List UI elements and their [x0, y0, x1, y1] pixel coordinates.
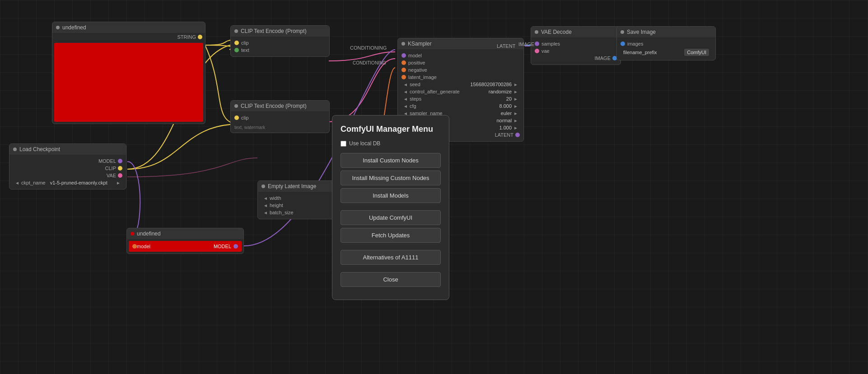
install-custom-nodes-button[interactable]: Install Custom Nodes	[341, 153, 441, 168]
model-input-port[interactable]	[132, 244, 137, 249]
seed-left[interactable]: ◄	[403, 82, 408, 87]
close-button[interactable]: Close	[341, 272, 441, 287]
manager-modal: ComfyUI Manager Menu Use local DB Instal…	[332, 115, 449, 300]
node-vae-decode: VAE Decode samples vae IMAGE	[531, 26, 621, 65]
node-title-label: Save Image	[627, 29, 656, 35]
steps-left[interactable]: ◄	[403, 97, 408, 102]
node-status-dot	[234, 104, 238, 108]
width-arrow-left[interactable]: ◄	[263, 196, 268, 201]
node-body-clip1: clip text	[231, 37, 329, 56]
samples-port[interactable]	[535, 42, 539, 46]
clip-input-port[interactable]	[234, 41, 239, 45]
seed-row: ◄ seed 156680208700286 ►	[401, 81, 520, 88]
height-arrow-left[interactable]: ◄	[263, 203, 268, 208]
node-status-dot	[401, 42, 405, 46]
samples-row: samples	[535, 40, 617, 47]
fetch-updates-button[interactable]: Fetch Updates	[341, 228, 441, 243]
text-input-row: text	[234, 46, 326, 54]
latent-output-port[interactable]	[515, 133, 520, 137]
alternatives-section: Alternatives of A1111	[341, 250, 441, 265]
node-status-dot	[131, 232, 134, 235]
clip2-input-port[interactable]	[234, 115, 239, 120]
text-input-label: text	[241, 47, 249, 53]
positive-row: CONDITIONING positive	[401, 59, 520, 66]
sampler-right[interactable]: ►	[513, 111, 518, 116]
control-value: randomize	[489, 89, 512, 94]
node-status-dot	[261, 185, 265, 188]
denoise-value: 1.000	[499, 125, 512, 130]
control-left[interactable]: ◄	[403, 89, 408, 94]
model-output-port[interactable]	[233, 244, 238, 249]
text-input-port[interactable]	[234, 48, 239, 52]
node-status-dot	[13, 148, 17, 151]
alternatives-a1111-button[interactable]: Alternatives of A1111	[341, 250, 441, 265]
node-clip-text-encode-1: CLIP Text Encode (Prompt) clip text	[230, 25, 330, 57]
node-title-label: CLIP Text Encode (Prompt)	[241, 103, 307, 109]
model-label: model	[137, 244, 150, 249]
node-title-vae-decode: VAE Decode	[531, 27, 621, 37]
use-local-db-row: Use local DB	[341, 140, 441, 147]
positive-port[interactable]	[401, 60, 406, 65]
node-title-load-checkpoint: Load Checkpoint	[9, 144, 126, 155]
watermark-text: text, watermark	[231, 124, 329, 133]
model-output-label: MODEL	[98, 158, 116, 164]
model-output-port[interactable]	[118, 159, 122, 163]
steps-label: steps	[410, 96, 504, 102]
batch-arrow-left[interactable]: ◄	[263, 210, 268, 215]
conditioning-text-label: CONDITIONING	[350, 45, 387, 51]
string-label: STRING	[177, 34, 196, 40]
update-section: Update ComfyUI Fetch Updates	[341, 210, 441, 243]
steps-value: 20	[506, 96, 512, 102]
manager-spacer-1	[341, 207, 441, 210]
model-in-label: model	[408, 53, 520, 58]
samples-label: samples	[541, 41, 617, 46]
control-right[interactable]: ►	[513, 89, 518, 94]
install-models-button[interactable]: Install Models	[341, 188, 441, 203]
steps-right[interactable]: ►	[513, 97, 518, 102]
install-section: Install Custom Nodes Install Missing Cus…	[341, 153, 441, 203]
string-output-port[interactable]	[198, 35, 202, 39]
manager-spacer-3	[341, 268, 441, 272]
model-in-port[interactable]	[401, 53, 406, 58]
ckpt-arrow-left[interactable]: ◄	[15, 180, 19, 185]
filename-prefix-value[interactable]: ComfyUI	[684, 49, 709, 56]
denoise-right[interactable]: ►	[513, 125, 518, 130]
node-status-dot	[56, 26, 60, 29]
vae-input-port[interactable]	[535, 49, 539, 53]
node-title-label: undefined	[62, 24, 86, 31]
install-missing-custom-nodes-button[interactable]: Install Missing Custom Nodes	[341, 171, 441, 185]
node-title-label: Load Checkpoint	[19, 146, 60, 152]
ckpt-arrow-right[interactable]: ►	[116, 180, 121, 185]
node-status-dot	[535, 30, 538, 34]
filename-prefix-label: filename_prefix	[623, 50, 657, 55]
sampler-value: euler	[501, 111, 512, 116]
seed-right[interactable]: ►	[513, 82, 518, 87]
node-title-label: VAE Decode	[541, 29, 572, 35]
images-input-port[interactable]	[621, 42, 625, 46]
node-clip-text-encode-2: CLIP Text Encode (Prompt) clip text, wat…	[230, 100, 330, 133]
model-output-row: MODEL	[13, 157, 122, 165]
clip-input-label: clip	[241, 40, 249, 46]
ckpt-name-value: v1-5-pruned-emaonly.ckpt	[50, 180, 114, 185]
latent-input-port[interactable]	[401, 75, 406, 79]
node-body-vae-decode: samples vae IMAGE	[531, 37, 621, 65]
update-comfyui-button[interactable]: Update ComfyUI	[341, 210, 441, 225]
model-red-content: model MODEL	[129, 241, 242, 252]
ckpt-name-label: ckpt_name	[21, 180, 46, 185]
undefined-red-content	[54, 43, 203, 122]
positive-label: positive	[408, 60, 520, 65]
ckpt-name-row: ◄ ckpt_name v1-5-pruned-emaonly.ckpt ►	[13, 179, 122, 186]
cfg-left[interactable]: ◄	[403, 104, 408, 109]
negative-port[interactable]	[401, 68, 406, 72]
vae-output-port[interactable]	[118, 173, 122, 178]
cfg-label: cfg	[410, 103, 498, 109]
scheduler-right[interactable]: ►	[513, 118, 518, 123]
close-section: Close	[341, 272, 441, 287]
conditioning-label: CONDITIONING	[353, 60, 386, 65]
cfg-right[interactable]: ►	[513, 104, 518, 109]
clip-output-port[interactable]	[118, 166, 122, 171]
negative-label: negative	[408, 67, 520, 73]
use-local-db-checkbox[interactable]	[341, 141, 346, 147]
filename-prefix-row: filename_prefix ComfyUI	[621, 47, 712, 57]
vae-input-label: vae	[541, 48, 617, 54]
